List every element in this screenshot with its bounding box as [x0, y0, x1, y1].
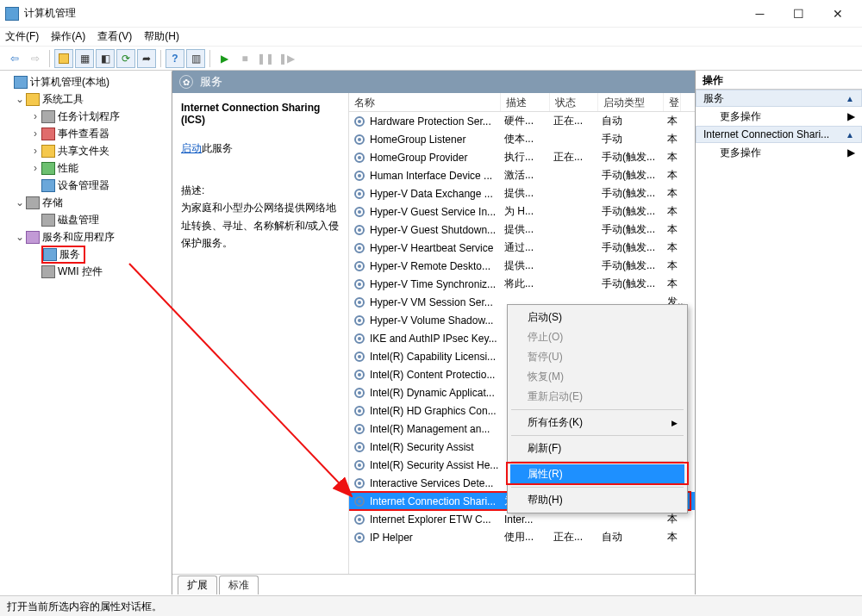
- tb-icon-4[interactable]: ▥: [186, 49, 205, 68]
- help-icon[interactable]: ?: [166, 49, 184, 68]
- col-status[interactable]: 状态: [550, 93, 598, 111]
- svg-point-39: [358, 464, 361, 467]
- service-row[interactable]: HomeGroup Provider执行...正在...手动(触发...本: [349, 148, 695, 166]
- service-row[interactable]: Human Interface Device ...激活...手动(触发...本: [349, 166, 695, 184]
- tab-extended[interactable]: 扩展: [178, 576, 217, 594]
- gear-icon: [353, 241, 366, 255]
- cm-restart[interactable]: 重新启动(E): [510, 387, 684, 407]
- gear-icon: [353, 314, 366, 327]
- cm-all-tasks[interactable]: 所有任务(K)▶: [510, 413, 684, 432]
- svg-point-3: [358, 138, 361, 141]
- menu-file[interactable]: 文件(F): [5, 29, 39, 44]
- maximize-button[interactable]: ☐: [779, 1, 818, 27]
- tree-shared-folders[interactable]: ›共享文件夹: [0, 142, 172, 159]
- tree-wmi[interactable]: ›WMI 控件: [0, 263, 172, 280]
- service-row[interactable]: Hyper-V Data Exchange ...提供...手动(触发...本: [349, 184, 695, 202]
- col-start[interactable]: 启动类型: [598, 93, 664, 111]
- cm-help[interactable]: 帮助(H): [510, 490, 684, 510]
- service-row[interactable]: Hyper-V Time Synchroniz...将此...手动(触发...本: [349, 275, 695, 293]
- tree-device-manager[interactable]: ›设备管理器: [0, 177, 172, 194]
- tab-standard[interactable]: 标准: [219, 576, 259, 594]
- minimize-button[interactable]: ─: [740, 1, 779, 27]
- start-service-link[interactable]: 启动: [181, 142, 202, 154]
- gear-icon: [353, 422, 366, 436]
- col-more[interactable]: 登: [664, 93, 681, 111]
- stop-icon[interactable]: ■: [235, 49, 254, 68]
- svg-point-47: [358, 536, 361, 539]
- gear-icon: [353, 368, 366, 382]
- forward-button[interactable]: ⇨: [26, 49, 45, 68]
- tree-storage[interactable]: ⌄存储: [0, 194, 172, 211]
- tree-event-viewer[interactable]: ›事件查看器: [0, 125, 172, 142]
- gear-icon: ✿: [179, 75, 193, 89]
- svg-point-37: [358, 445, 361, 449]
- tb-icon-1[interactable]: [54, 49, 73, 68]
- menu-view[interactable]: 查看(V): [97, 29, 132, 44]
- cm-pause[interactable]: 暂停(U): [510, 347, 684, 367]
- col-desc[interactable]: 描述: [501, 93, 550, 111]
- gear-icon: [353, 259, 366, 273]
- service-row[interactable]: Hyper-V Guest Shutdown...提供...手动(触发...本: [349, 221, 695, 239]
- service-row[interactable]: Hardware Protection Ser...硬件...正在...自动本: [349, 112, 695, 130]
- tree-services-apps[interactable]: ⌄服务和应用程序: [0, 228, 172, 246]
- tree-sys-tools[interactable]: ⌄系统工具: [0, 90, 172, 108]
- tree-task-scheduler[interactable]: ›任务计划程序: [0, 108, 172, 125]
- close-button[interactable]: ✕: [818, 1, 857, 27]
- cm-properties[interactable]: 属性(R): [510, 464, 684, 484]
- actions-more-2[interactable]: 更多操作▶: [696, 143, 862, 162]
- gear-icon: [353, 187, 366, 201]
- svg-point-27: [358, 355, 361, 358]
- bottom-tabs: 扩展 标准: [172, 574, 695, 594]
- pause-icon[interactable]: ❚❚: [256, 49, 275, 68]
- back-button[interactable]: ⇦: [5, 49, 24, 68]
- export-icon[interactable]: ➦: [137, 49, 156, 68]
- refresh-icon[interactable]: ⟳: [116, 49, 135, 68]
- tb-icon-2[interactable]: ▦: [75, 49, 94, 68]
- menu-action[interactable]: 操作(A): [51, 29, 85, 44]
- actions-panel: 操作 服务▲ 更多操作▶ Internet Connection Shari..…: [696, 71, 862, 594]
- service-row[interactable]: Hyper-V Guest Service In...为 H...手动(触发..…: [349, 202, 695, 221]
- detail-title: Internet Connection Sharing (ICS): [181, 102, 340, 126]
- step-icon[interactable]: ❚▶: [277, 49, 296, 68]
- svg-point-43: [358, 500, 361, 503]
- col-name[interactable]: 名称: [349, 93, 501, 111]
- svg-point-15: [358, 246, 361, 250]
- gear-icon: [353, 386, 366, 400]
- gear-icon: [353, 476, 366, 490]
- gear-icon: [353, 513, 366, 526]
- gear-icon: [353, 133, 366, 146]
- menu-help[interactable]: 帮助(H): [144, 29, 179, 44]
- tree-services[interactable]: ›服务: [0, 246, 172, 263]
- service-row[interactable]: IP Helper使用...正在...自动本: [349, 528, 695, 546]
- cm-stop[interactable]: 停止(O): [510, 327, 684, 347]
- svg-point-17: [358, 264, 361, 268]
- actions-more-1[interactable]: 更多操作▶: [696, 107, 862, 126]
- svg-point-1: [358, 120, 361, 123]
- svg-point-9: [358, 192, 361, 196]
- gear-icon: [353, 151, 366, 165]
- tb-icon-3[interactable]: ◧: [96, 49, 115, 68]
- tree-disk-mgmt[interactable]: ›磁盘管理: [0, 211, 172, 228]
- cm-refresh[interactable]: 刷新(F): [510, 439, 684, 458]
- service-row[interactable]: Hyper-V Remote Deskto...提供...手动(触发...本: [349, 257, 695, 275]
- context-menu: 启动(S) 停止(O) 暂停(U) 恢复(M) 重新启动(E) 所有任务(K)▶…: [507, 304, 688, 513]
- cm-start[interactable]: 启动(S): [510, 308, 684, 327]
- cm-resume[interactable]: 恢复(M): [510, 367, 684, 387]
- svg-point-5: [358, 156, 361, 159]
- gear-icon: [353, 223, 366, 237]
- play-icon[interactable]: ▶: [215, 49, 234, 68]
- svg-point-19: [358, 283, 361, 286]
- menu-bar: 文件(F) 操作(A) 查看(V) 帮助(H): [0, 28, 862, 47]
- service-row[interactable]: Hyper-V Heartbeat Service通过...手动(触发...本: [349, 239, 695, 257]
- actions-group-services[interactable]: 服务▲: [696, 90, 862, 107]
- tree-root[interactable]: ▸计算机管理(本地): [0, 73, 172, 90]
- svg-point-13: [358, 228, 361, 232]
- svg-point-29: [358, 373, 361, 376]
- gear-icon: [353, 495, 366, 508]
- tree-performance[interactable]: ›性能: [0, 159, 172, 177]
- svg-point-31: [358, 391, 361, 395]
- center-header: ✿ 服务: [172, 71, 695, 93]
- actions-group-ics[interactable]: Internet Connection Shari...▲: [696, 126, 862, 143]
- svg-point-23: [358, 319, 361, 322]
- service-row[interactable]: HomeGroup Listener使本...手动本: [349, 130, 695, 148]
